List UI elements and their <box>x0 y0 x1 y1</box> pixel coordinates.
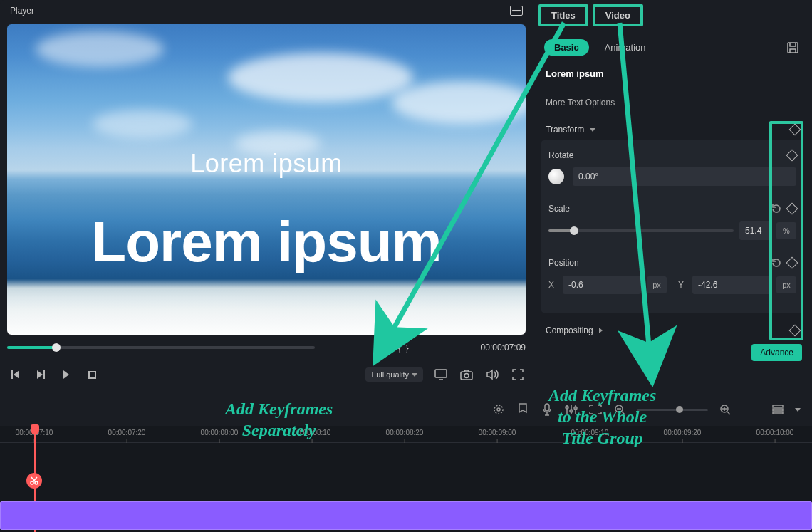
track-size-icon[interactable] <box>771 402 785 417</box>
annotation-left: Add KeyframesSeparately <box>225 398 333 441</box>
title-overlay-small: Lorem ipsum <box>190 149 343 179</box>
zoom-in-icon[interactable] <box>718 402 732 417</box>
title-name-label: Lorem ipsum <box>546 68 806 79</box>
chevron-down-icon[interactable] <box>795 408 801 412</box>
keyframe-transform-button[interactable] <box>789 124 801 136</box>
advance-button[interactable]: Advance <box>751 344 802 361</box>
rotate-input[interactable] <box>573 167 796 186</box>
title-overlay-large: Lorem ipsum <box>91 209 441 275</box>
ruler-tick: 00:00:10:00 <box>756 429 794 437</box>
svg-rect-14 <box>773 412 783 414</box>
scale-unit: % <box>776 222 796 239</box>
play-button[interactable] <box>58 367 74 382</box>
quality-dropdown[interactable]: Full quality <box>365 367 423 382</box>
pos-y-label: Y <box>678 280 687 290</box>
auto-ripple-icon[interactable] <box>491 402 506 417</box>
rotate-knob[interactable] <box>548 169 564 184</box>
mark-in-button[interactable]: { <box>398 343 401 353</box>
properties-panel: Titles Video Basic Animation Lorem ipsum… <box>533 0 812 385</box>
prev-frame-button[interactable] <box>7 367 23 382</box>
svg-rect-13 <box>773 409 783 411</box>
svg-rect-1 <box>461 372 472 380</box>
scale-label: Scale <box>548 204 591 214</box>
keyframe-rotate-button[interactable] <box>786 150 798 162</box>
display-icon[interactable] <box>433 367 449 382</box>
chevron-right-icon <box>599 328 603 333</box>
scale-slider[interactable] <box>548 229 734 232</box>
timeline-clip[interactable] <box>0 501 812 530</box>
ruler-tick: 00:00:09:00 <box>479 429 516 437</box>
split-clip-button[interactable] <box>26 473 42 489</box>
camera-icon[interactable] <box>459 367 474 382</box>
svg-rect-0 <box>435 370 447 377</box>
subtab-basic[interactable]: Basic <box>544 39 589 56</box>
pos-y-input[interactable] <box>692 276 771 294</box>
timeline-toolbar <box>0 395 812 424</box>
svg-point-2 <box>464 373 469 377</box>
more-text-options-link[interactable]: More Text Options <box>546 98 806 108</box>
scale-input[interactable] <box>739 221 771 240</box>
transform-section-header[interactable]: Transform <box>546 125 799 135</box>
rotate-label: Rotate <box>548 150 591 160</box>
keyframe-position-button[interactable] <box>786 257 798 269</box>
tab-video[interactable]: Video <box>595 7 640 24</box>
ruler-tick: 00:00:07:20 <box>108 429 146 437</box>
keyframe-compositing-button[interactable] <box>789 325 801 337</box>
snapshot-header-icon[interactable] <box>510 6 523 16</box>
volume-icon[interactable] <box>484 367 500 382</box>
timeline-panel: 00:00:07:1000:00:07:2000:00:08:0000:00:0… <box>0 426 812 532</box>
playback-progress[interactable] <box>7 346 315 349</box>
subtab-animation[interactable]: Animation <box>595 39 656 56</box>
position-label: Position <box>548 258 591 268</box>
position-reset-icon[interactable] <box>771 257 782 268</box>
annotation-right: Add Keyframesto the WholeTitle Group <box>548 385 656 449</box>
ruler-tick: 00:00:08:20 <box>386 429 424 437</box>
svg-rect-3 <box>788 43 798 53</box>
next-frame-button[interactable] <box>33 367 48 382</box>
pos-x-unit: px <box>647 276 667 293</box>
compositing-section-header[interactable]: Compositing <box>546 325 799 335</box>
chevron-down-icon <box>590 128 595 132</box>
save-preset-icon[interactable] <box>785 40 801 56</box>
annotation-highlight-titles: Titles <box>538 4 588 26</box>
ruler-tick: 00:00:09:20 <box>664 429 702 437</box>
svg-rect-12 <box>773 405 783 407</box>
scale-reset-icon[interactable] <box>771 203 782 214</box>
pos-x-input[interactable] <box>563 276 641 294</box>
playhead-timecode: 00:00:07:09 <box>481 343 526 353</box>
tab-titles[interactable]: Titles <box>541 7 585 24</box>
player-panel: Player Lorem ipsum Lorem ipsum { } 00:00… <box>0 0 533 385</box>
pos-y-unit: px <box>776 276 796 293</box>
player-title: Player <box>10 6 34 16</box>
annotation-highlight-video: Video <box>593 4 643 26</box>
time-ruler[interactable]: 00:00:07:1000:00:07:2000:00:08:0000:00:0… <box>0 426 812 443</box>
fullscreen-icon[interactable] <box>510 367 526 382</box>
mark-out-button[interactable]: } <box>405 343 408 353</box>
pos-x-label: X <box>548 280 557 290</box>
keyframe-scale-button[interactable] <box>786 203 798 215</box>
stop-button[interactable] <box>84 367 100 382</box>
marker-icon[interactable] <box>516 402 530 417</box>
preview-viewport[interactable]: Lorem ipsum Lorem ipsum <box>7 24 526 335</box>
svg-point-5 <box>497 408 500 411</box>
svg-point-4 <box>494 405 503 414</box>
